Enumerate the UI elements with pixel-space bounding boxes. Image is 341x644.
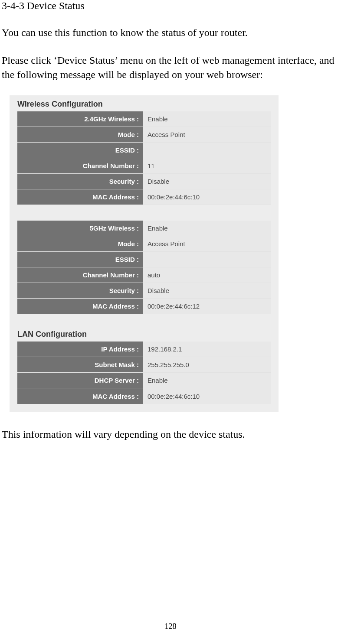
lan-ip-label: IP Address : [17, 342, 143, 357]
wifi5-wireless-value: Enable [143, 221, 271, 236]
wifi24-channel-value: 11 [143, 158, 271, 173]
wifi24-security-label: Security : [17, 174, 143, 189]
intro-paragraph-2: Please click ‘Device Status’ menu on the… [2, 53, 339, 81]
table-row: Security : Disable [17, 174, 271, 189]
wifi5-essid-label: ESSID : [17, 252, 143, 267]
table-row: Mode : Access Point [17, 127, 271, 143]
table-row: 2.4GHz Wireless : Enable [17, 111, 271, 127]
table-row: Channel Number : 11 [17, 158, 271, 174]
wifi5-essid-value [143, 252, 271, 267]
lan-dhcp-label: DHCP Server : [17, 373, 143, 388]
table-row: MAC Address : 00:0e:2e:44:6c:10 [17, 388, 271, 404]
table-row: IP Address : 192.168.2.1 [17, 342, 271, 357]
section-title: 3-4-3 Device Status [2, 0, 339, 12]
wifi5-mac-value: 00:0e:2e:44:6c:12 [143, 299, 271, 314]
lan-mac-value: 00:0e:2e:44:6c:10 [143, 388, 271, 404]
wifi5-mac-label: MAC Address : [17, 299, 143, 314]
device-status-screenshot: Wireless Configuration 2.4GHz Wireless :… [10, 95, 279, 412]
table-row: MAC Address : 00:0e:2e:44:6c:12 [17, 299, 271, 314]
page-number: 128 [0, 622, 341, 631]
intro-paragraph-1: You can use this function to know the st… [2, 26, 339, 39]
table-row: Channel Number : auto [17, 267, 271, 283]
wifi24-mac-value: 00:0e:2e:44:6c:10 [143, 189, 271, 205]
closing-paragraph: This information will vary depending on … [2, 427, 339, 441]
lan-subnet-value: 255.255.255.0 [143, 357, 271, 372]
table-row: 5GHz Wireless : Enable [17, 221, 271, 236]
table-row: ESSID : [17, 252, 271, 267]
wifi24-mac-label: MAC Address : [17, 189, 143, 205]
wifi5-mode-label: Mode : [17, 236, 143, 251]
lan-config-heading: LAN Configuration [17, 330, 271, 339]
wifi5-security-label: Security : [17, 283, 143, 298]
table-row: Security : Disable [17, 283, 271, 299]
wifi24-security-value: Disable [143, 174, 271, 189]
wifi24-channel-label: Channel Number : [17, 158, 143, 173]
wifi5-security-value: Disable [143, 283, 271, 298]
wifi5-wireless-label: 5GHz Wireless : [17, 221, 143, 236]
table-row: DHCP Server : Enable [17, 373, 271, 388]
wifi24-mode-value: Access Point [143, 127, 271, 142]
wifi5-channel-label: Channel Number : [17, 267, 143, 283]
table-row: Mode : Access Point [17, 236, 271, 252]
table-row: MAC Address : 00:0e:2e:44:6c:10 [17, 189, 271, 205]
lan-subnet-label: Subnet Mask : [17, 357, 143, 372]
wifi5-mode-value: Access Point [143, 236, 271, 251]
lan-ip-value: 192.168.2.1 [143, 342, 271, 357]
wifi24-essid-label: ESSID : [17, 143, 143, 158]
table-row: ESSID : [17, 143, 271, 158]
wifi24-essid-value [143, 143, 271, 158]
table-row: Subnet Mask : 255.255.255.0 [17, 357, 271, 373]
wifi24-mode-label: Mode : [17, 127, 143, 142]
wireless-config-heading: Wireless Configuration [17, 100, 271, 109]
wifi5-channel-value: auto [143, 267, 271, 283]
wifi24-wireless-label: 2.4GHz Wireless : [17, 111, 143, 127]
wifi24-wireless-value: Enable [143, 111, 271, 127]
lan-dhcp-value: Enable [143, 373, 271, 388]
lan-mac-label: MAC Address : [17, 388, 143, 404]
